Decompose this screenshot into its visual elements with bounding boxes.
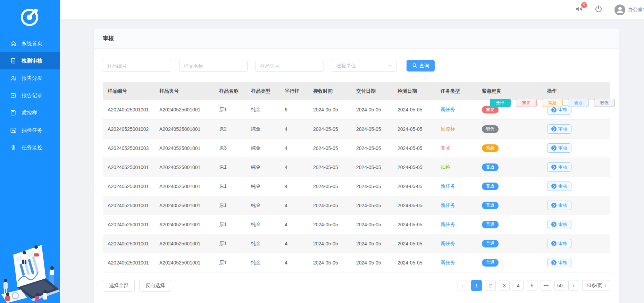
app-logo[interactable] xyxy=(0,0,60,35)
column-header: 样品类型 xyxy=(246,82,280,100)
user-avatar[interactable] xyxy=(614,5,625,15)
cell-folder_no: A20240525001001 xyxy=(154,100,214,119)
cell-type: 纯金 xyxy=(246,158,280,177)
chip-urgent[interactable]: 紧急 xyxy=(542,99,563,107)
pagination-prev-button[interactable]: ‹ xyxy=(457,280,468,291)
table-row: A20240525001001A20240525001001原1纯金42024-… xyxy=(103,158,610,177)
cell-delivery: 2024-05-05 xyxy=(351,253,393,272)
cell-test_date: 2024-05-05 xyxy=(393,177,436,196)
card-header: 审核 xyxy=(94,29,619,49)
sample-folder-input[interactable] xyxy=(256,60,324,72)
sidebar-item-2[interactable]: 检测审核 xyxy=(0,52,60,69)
arrow-right-circle-icon: ❯ xyxy=(551,145,557,151)
audit-button[interactable]: ❯审核 xyxy=(547,239,571,248)
cell-test_date: 2024-05-05 xyxy=(393,158,436,177)
audit-button[interactable]: ❯审核 xyxy=(547,143,571,153)
cell-delivery: 2024-05-05 xyxy=(351,196,393,215)
chip-all[interactable]: 全部 xyxy=(490,99,511,107)
chart-icon xyxy=(10,127,17,134)
audit-button[interactable]: ❯审核 xyxy=(547,162,571,172)
audit-button[interactable]: ❯审核 xyxy=(547,201,571,210)
search-icon xyxy=(412,63,417,69)
sidebar-item-3[interactable]: 报告分发 xyxy=(0,69,60,87)
audit-button[interactable]: ❯审核 xyxy=(547,220,571,229)
table-row: A20240525001001A20240525001001原1纯金42024-… xyxy=(103,215,610,234)
cell-type: 纯金 xyxy=(246,234,280,253)
table-row: A20240525001001A20240525001001原1纯金42024-… xyxy=(103,196,610,215)
pagination-page-1[interactable]: 1 xyxy=(471,280,482,291)
cell-test_date: 2024-05-05 xyxy=(393,100,436,119)
cell-parallel: 4 xyxy=(280,158,308,177)
task-type-label: 复测 xyxy=(441,145,450,151)
cell-parallel: 4 xyxy=(280,119,308,138)
cell-name: 原3 xyxy=(214,138,246,158)
invert-select-button[interactable]: 反向选择 xyxy=(139,280,171,292)
pagination-page-4[interactable]: 4 xyxy=(513,280,524,291)
sample-no-input[interactable] xyxy=(103,60,171,72)
cell-name: 原1 xyxy=(214,177,246,196)
sending-unit-select[interactable]: 送检单位 xyxy=(332,60,396,72)
chip-normal[interactable]: 普通 xyxy=(568,99,589,107)
cell-folder_no: A20240525001001 xyxy=(154,119,214,138)
arrow-right-circle-icon: ❯ xyxy=(551,260,557,265)
pagination-next-button[interactable]: › xyxy=(568,280,579,291)
cell-received: 2024-05-05 xyxy=(308,234,351,253)
task-type-label: 新任务 xyxy=(441,260,455,265)
urgency-badge: 普通 xyxy=(482,163,499,171)
notifications-button[interactable]: 5 xyxy=(575,5,583,14)
sidebar-item-7[interactable]: 任务监控 xyxy=(0,139,60,156)
arrow-right-circle-icon: ❯ xyxy=(551,222,557,227)
arrow-right-circle-icon: ❯ xyxy=(551,203,557,208)
urgency-badge: 普通 xyxy=(482,240,499,247)
sidebar-item-1[interactable]: 系统首页 xyxy=(0,35,60,52)
cell-type: 纯金 xyxy=(246,100,280,119)
page-size-select[interactable]: 10条/页∨ xyxy=(582,280,610,291)
cell-delivery: 2024-05-05 xyxy=(351,158,393,177)
cell-name: 原1 xyxy=(214,215,246,234)
task-type-label: 质控样 xyxy=(441,126,455,132)
audit-button-label: 审核 xyxy=(558,145,567,151)
urgency-badge: 紧急 xyxy=(482,144,499,152)
sidebar-item-4[interactable]: 报告记录 xyxy=(0,87,60,104)
table-body: A20240525001001A20240525001001原1纯金62024-… xyxy=(103,100,610,272)
cell-type: 纯金 xyxy=(246,215,280,234)
column-header: 任务类型 xyxy=(436,82,477,100)
chip-low[interactable]: 较低 xyxy=(594,99,615,107)
column-header: 样品编号 xyxy=(103,82,154,100)
audit-button[interactable]: ❯审核 xyxy=(547,182,571,191)
cell-test_date: 2024-05-05 xyxy=(393,253,436,272)
task-type-label: 新任务 xyxy=(441,221,455,227)
cell-received: 2024-05-05 xyxy=(308,158,351,177)
audit-button[interactable]: ❯审核 xyxy=(547,124,571,134)
sidebar: 系统首页检测审核报告分发报告记录质控样抽检任务任务监控 xyxy=(0,0,60,303)
audit-button-label: 审核 xyxy=(558,241,567,247)
select-all-button[interactable]: 选择全部 xyxy=(103,280,135,292)
cell-received: 2024-05-05 xyxy=(308,100,351,119)
sample-name-input[interactable] xyxy=(179,60,248,72)
sidebar-item-5[interactable]: 质控样 xyxy=(0,104,60,121)
cell-test_date: 2024-05-05 xyxy=(393,138,436,158)
cell-received: 2024-05-05 xyxy=(308,253,351,272)
pagination-page-3[interactable]: 3 xyxy=(499,280,510,291)
pagination-page-2[interactable]: 2 xyxy=(485,280,496,291)
arrow-right-circle-icon: ❯ xyxy=(551,165,557,170)
app-root: 系统首页检测审核报告分发报告记录质控样抽检任务任务监控 xyxy=(0,0,644,303)
task-type-label: 新任务 xyxy=(441,241,455,246)
column-header: 操作 xyxy=(542,82,610,100)
pagination-ellipsis: ••• xyxy=(541,280,551,291)
sidebar-item-6[interactable]: 抽检任务 xyxy=(0,121,60,139)
cell-name: 原1 xyxy=(214,196,246,215)
cell-parallel: 4 xyxy=(280,234,308,253)
chip-important[interactable]: 重要 xyxy=(516,99,537,107)
pagination-page-50[interactable]: 50 xyxy=(554,280,565,291)
pagination-page-5[interactable]: 5 xyxy=(527,280,537,291)
cell-sample_no: A20240525001001 xyxy=(103,100,154,119)
priority-filter-chips: 全部重要紧急普通较低 xyxy=(490,99,615,107)
audit-button[interactable]: ❯审核 xyxy=(547,258,571,267)
urgency-badge: 普通 xyxy=(482,221,499,228)
query-button[interactable]: 查询 xyxy=(407,60,435,71)
cell-folder_no: A20240525001001 xyxy=(154,158,214,177)
urgency-badge: 普通 xyxy=(482,259,499,267)
logout-button[interactable] xyxy=(594,5,603,15)
table-row: A20240525001001A20240525001001原1纯金42024-… xyxy=(103,177,610,196)
